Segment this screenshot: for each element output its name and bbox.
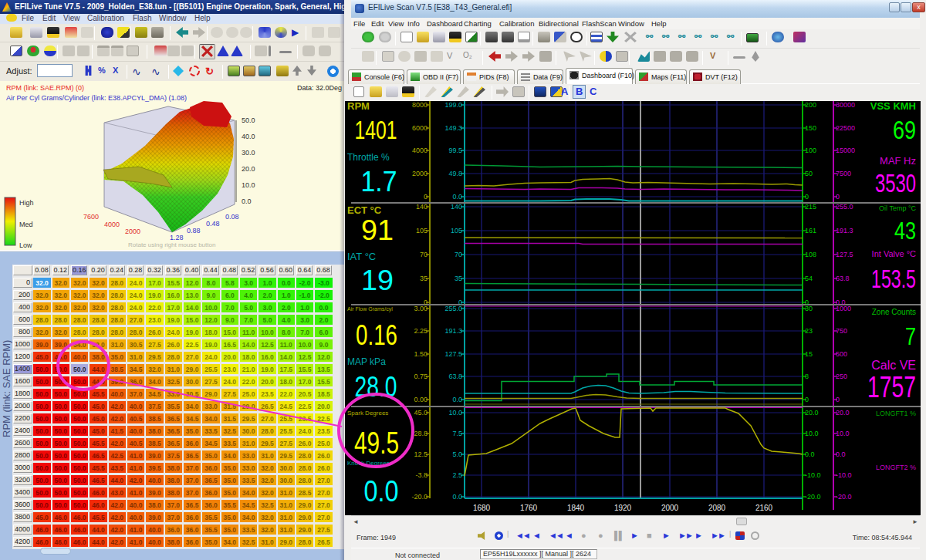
svg-text:43: 43: [894, 217, 916, 245]
svg-text:Zone Counts: Zone Counts: [872, 308, 916, 316]
svg-text:2000: 2000: [125, 228, 140, 235]
svg-text:Knock Degrees: Knock Degrees: [347, 460, 390, 467]
svg-text:70: 70: [420, 251, 428, 258]
svg-text:0.00: 0.00: [414, 396, 428, 403]
svg-text:0.0: 0.0: [805, 450, 815, 458]
svg-text:LONGFT2 %: LONGFT2 %: [876, 464, 916, 471]
svg-text:0.0: 0.0: [452, 193, 462, 201]
svg-text:1401: 1401: [355, 116, 397, 144]
svg-text:7500: 7500: [836, 170, 851, 177]
svg-text:High: High: [19, 199, 34, 207]
svg-text:22500: 22500: [836, 124, 855, 132]
svg-text:35: 35: [420, 275, 428, 282]
svg-text:10.0: 10.0: [805, 430, 819, 437]
svg-text:191.3: 191.3: [836, 227, 853, 234]
svg-text:7600: 7600: [83, 213, 99, 221]
svg-text:23: 23: [805, 327, 813, 335]
svg-text:RPM: RPM: [347, 101, 370, 112]
svg-text:105: 105: [416, 227, 428, 234]
svg-text:0.08: 0.08: [225, 213, 239, 221]
svg-text:4000: 4000: [412, 147, 428, 154]
svg-text:3530: 3530: [875, 168, 916, 197]
svg-text:0.75: 0.75: [414, 373, 428, 380]
svg-text:12.5: 12.5: [414, 450, 428, 458]
svg-text:VSS KMH: VSS KMH: [870, 101, 916, 112]
svg-text:140: 140: [451, 203, 462, 211]
svg-text:153.5: 153.5: [871, 265, 916, 293]
svg-text:0.0: 0.0: [242, 197, 252, 205]
svg-text:250: 250: [836, 373, 847, 380]
svg-text:108: 108: [805, 251, 816, 258]
svg-text:191.3: 191.3: [444, 327, 462, 335]
svg-text:-3.8: -3.8: [415, 471, 428, 479]
svg-text:Med: Med: [19, 221, 33, 228]
svg-text:1.28: 1.28: [170, 234, 184, 241]
svg-text:161: 161: [805, 227, 816, 234]
svg-text:1760: 1760: [520, 504, 538, 512]
svg-text:10.0: 10.0: [836, 430, 850, 437]
svg-text:199.0: 199.0: [444, 101, 462, 109]
svg-text:0.48: 0.48: [206, 220, 220, 228]
svg-text:127.5: 127.5: [836, 251, 853, 258]
svg-text:149.3: 149.3: [444, 124, 462, 132]
svg-text:19: 19: [361, 265, 394, 296]
svg-text:0.0: 0.0: [452, 396, 462, 403]
svg-text:2.25: 2.25: [414, 327, 428, 335]
svg-text:35: 35: [455, 275, 462, 282]
svg-text:54: 54: [805, 275, 813, 282]
svg-text:15000: 15000: [836, 147, 855, 154]
svg-text:50.0: 50.0: [242, 116, 255, 124]
svg-text:MAP kPa: MAP kPa: [347, 356, 386, 367]
svg-text:4000: 4000: [104, 221, 120, 228]
svg-text:8: 8: [805, 373, 809, 380]
svg-text:Spark Degrees: Spark Degrees: [347, 410, 388, 417]
svg-text:2080: 2080: [708, 504, 726, 512]
svg-text:6000: 6000: [412, 124, 428, 132]
svg-text:200: 200: [805, 101, 816, 109]
svg-text:99.5: 99.5: [448, 147, 462, 154]
svg-text:MAF Hz: MAF Hz: [880, 155, 916, 167]
svg-text:127.5: 127.5: [444, 350, 462, 358]
svg-text:7: 7: [905, 322, 916, 350]
svg-text:0: 0: [836, 396, 840, 403]
svg-text:0.16: 0.16: [356, 319, 397, 351]
svg-text:28.8: 28.8: [414, 430, 428, 437]
svg-text:70: 70: [455, 251, 462, 258]
svg-text:10.0: 10.0: [242, 181, 255, 189]
svg-text:500: 500: [836, 350, 847, 358]
svg-text:8000: 8000: [412, 101, 428, 109]
svg-text:2000: 2000: [661, 504, 679, 512]
svg-text:2.5: 2.5: [452, 471, 462, 479]
svg-text:63.8: 63.8: [836, 275, 850, 282]
svg-text:28.0: 28.0: [355, 371, 397, 403]
svg-text:-10.0: -10.0: [805, 471, 821, 479]
svg-text:1920: 1920: [614, 504, 632, 512]
svg-text:49.5: 49.5: [354, 426, 399, 460]
svg-text:20.0: 20.0: [242, 165, 255, 173]
svg-text:0.0: 0.0: [452, 493, 462, 501]
svg-text:Oil Temp °C: Oil Temp °C: [879, 204, 916, 212]
svg-text:0: 0: [805, 396, 809, 403]
svg-text:5.0: 5.0: [452, 450, 462, 458]
svg-text:140: 140: [416, 203, 428, 211]
svg-text:105: 105: [451, 227, 462, 234]
svg-text:30: 30: [805, 305, 813, 312]
svg-text:20.0: 20.0: [836, 409, 850, 417]
svg-text:10.0: 10.0: [448, 409, 462, 417]
svg-text:69: 69: [893, 115, 916, 144]
svg-text:20.0: 20.0: [805, 409, 819, 417]
svg-text:0: 0: [805, 193, 809, 201]
svg-text:30.0: 30.0: [242, 149, 255, 157]
svg-text:1840: 1840: [567, 504, 585, 512]
svg-text:1000: 1000: [836, 305, 851, 312]
svg-text:45.0: 45.0: [414, 409, 428, 417]
svg-text:750: 750: [836, 327, 847, 335]
svg-text:50: 50: [805, 170, 813, 177]
svg-text:Calc VE: Calc VE: [871, 359, 916, 372]
svg-text:255.0: 255.0: [444, 305, 462, 312]
svg-text:63.8: 63.8: [448, 373, 462, 380]
svg-text:150: 150: [805, 124, 816, 132]
svg-text:2000: 2000: [412, 170, 428, 177]
svg-text:40.0: 40.0: [242, 133, 255, 140]
svg-text:100: 100: [805, 147, 816, 154]
